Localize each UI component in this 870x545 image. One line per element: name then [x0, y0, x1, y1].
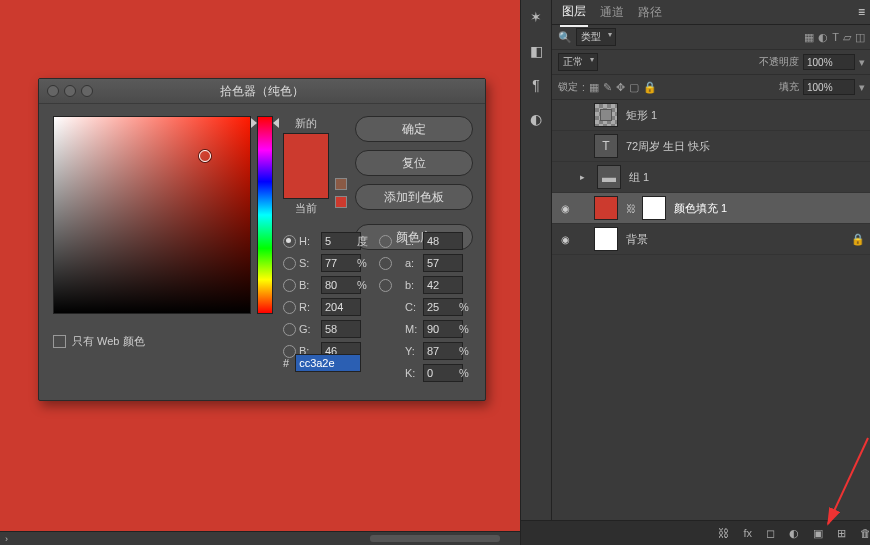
filter-shape-icon[interactable]: ▱	[843, 31, 851, 44]
right-panels: ✶ ◧ ¶ ◐ 图层 通道 路径 ≡ 🔍 类型 ▦ ◐ T ▱ ◫	[520, 0, 870, 545]
hue-slider[interactable]	[257, 116, 273, 314]
opacity-input[interactable]	[803, 54, 855, 70]
search-icon[interactable]: 🔍	[558, 31, 572, 44]
radio-b[interactable]	[283, 279, 296, 292]
type-layer-icon[interactable]: T	[594, 134, 618, 158]
fx-icon[interactable]: fx	[743, 527, 752, 539]
lock-paint-icon[interactable]: ✎	[603, 81, 612, 94]
paragraph-icon[interactable]: ¶	[527, 76, 545, 94]
new-group-icon[interactable]: ▣	[813, 527, 823, 540]
tab-channels[interactable]: 通道	[598, 0, 626, 26]
websafe-swatch-icon[interactable]	[335, 196, 347, 208]
visibility-icon[interactable]	[558, 108, 572, 122]
tab-paths[interactable]: 路径	[636, 0, 664, 26]
saturation-brightness-field[interactable]	[53, 116, 251, 314]
r-input[interactable]	[321, 298, 361, 316]
layer-name[interactable]: 矩形 1	[626, 108, 657, 123]
lock-artboard-icon[interactable]: ▢	[629, 81, 639, 94]
expand-icon[interactable]: ▸	[580, 172, 589, 182]
panel-menu-icon[interactable]: ≡	[858, 5, 870, 19]
delete-layer-icon[interactable]: 🗑	[860, 527, 870, 539]
radio-r[interactable]	[283, 301, 296, 314]
radio-h[interactable]	[283, 235, 296, 248]
adjustment-layer-icon[interactable]: ◐	[789, 527, 799, 540]
a-input[interactable]	[423, 254, 463, 272]
layer-thumb[interactable]	[594, 103, 618, 127]
filter-type-icon[interactable]: T	[832, 31, 839, 43]
y-input[interactable]	[423, 342, 463, 360]
lock-pos-icon[interactable]: ✥	[616, 81, 625, 94]
layer-row[interactable]: ◉ ⛓ 颜色填充 1	[552, 193, 870, 224]
layer-name[interactable]: 背景	[626, 232, 648, 247]
radio-l[interactable]	[379, 235, 392, 248]
radio-a[interactable]	[379, 257, 392, 270]
layer-name[interactable]: 颜色填充 1	[674, 201, 727, 216]
k-input[interactable]	[423, 364, 463, 382]
gamut-warning-icon[interactable]	[335, 178, 347, 190]
window-close-icon[interactable]	[47, 85, 59, 97]
ok-button[interactable]: 确定	[355, 116, 473, 142]
hex-input[interactable]	[295, 354, 361, 372]
brush-icon[interactable]: ◐	[527, 110, 545, 128]
color-preview: 新的 当前	[283, 116, 329, 218]
g-input[interactable]	[321, 320, 361, 338]
layer-name[interactable]: 72周岁 生日 快乐	[626, 139, 710, 154]
visibility-icon[interactable]	[558, 170, 572, 184]
chevron-down-icon[interactable]: ▾	[859, 56, 865, 69]
l-input[interactable]	[423, 232, 463, 250]
s-input[interactable]	[321, 254, 361, 272]
web-only-checkbox[interactable]	[53, 335, 66, 348]
fill-thumb[interactable]	[594, 196, 618, 220]
new-layer-icon[interactable]: ⊞	[837, 527, 846, 540]
visibility-icon[interactable]	[558, 139, 572, 153]
radio-g[interactable]	[283, 323, 296, 336]
web-only-row[interactable]: 只有 Web 颜色	[53, 334, 145, 349]
hue-indicator-left	[251, 118, 257, 128]
layers-bottom-bar: ⛓ fx ◻ ◐ ▣ ⊞ 🗑	[521, 520, 870, 545]
m-input[interactable]	[423, 320, 463, 338]
add-to-swatches-button[interactable]: 添加到色板	[355, 184, 473, 210]
folder-icon[interactable]: ▬	[597, 165, 621, 189]
current-label: 当前	[283, 201, 329, 216]
tab-layers[interactable]: 图层	[560, 0, 588, 27]
layer-row[interactable]: ▸ ▬ 组 1	[552, 162, 870, 193]
chevron-down-icon[interactable]: ▾	[859, 81, 865, 94]
visibility-icon[interactable]: ◉	[558, 232, 572, 246]
lock-transparent-icon[interactable]: ▦	[589, 81, 599, 94]
window-minimize-icon[interactable]	[64, 85, 76, 97]
h-input[interactable]	[321, 232, 361, 250]
reset-button[interactable]: 复位	[355, 150, 473, 176]
window-zoom-icon[interactable]	[81, 85, 93, 97]
mask-thumb[interactable]	[642, 196, 666, 220]
filter-adjust-icon[interactable]: ◐	[818, 31, 828, 44]
fill-label: 填充	[779, 80, 799, 94]
c-input[interactable]	[423, 298, 463, 316]
mask-link-icon[interactable]: ⛓	[626, 203, 634, 214]
fill-input[interactable]	[803, 79, 855, 95]
layer-row[interactable]: 矩形 1	[552, 100, 870, 131]
layer-name[interactable]: 组 1	[629, 170, 649, 185]
starburst-icon[interactable]: ✶	[527, 8, 545, 26]
layer-row[interactable]: ◉ 背景 🔒	[552, 224, 870, 255]
blend-mode-select[interactable]: 正常	[558, 53, 598, 71]
filter-pixel-icon[interactable]: ▦	[804, 31, 814, 44]
dialog-titlebar[interactable]: 拾色器（纯色）	[39, 79, 485, 104]
filter-kind-select[interactable]: 类型	[576, 28, 616, 46]
scroll-left-icon[interactable]: ›	[0, 534, 13, 544]
layer-thumb[interactable]	[594, 227, 618, 251]
swatch-current[interactable]	[284, 166, 328, 198]
color-picker-dialog: 拾色器（纯色） 新的 当前	[38, 78, 486, 401]
link-layers-icon[interactable]: ⛓	[718, 527, 729, 539]
add-mask-icon[interactable]: ◻	[766, 527, 775, 540]
history-icon[interactable]: ◧	[527, 42, 545, 60]
filter-smart-icon[interactable]: ◫	[855, 31, 865, 44]
lab-b-input[interactable]	[423, 276, 463, 294]
layer-row[interactable]: T 72周岁 生日 快乐	[552, 131, 870, 162]
lock-all-icon[interactable]: 🔒	[643, 81, 657, 94]
b-input[interactable]	[321, 276, 361, 294]
scroll-thumb[interactable]	[370, 535, 500, 542]
visibility-icon[interactable]: ◉	[558, 201, 572, 215]
radio-lab-b[interactable]	[379, 279, 392, 292]
radio-s[interactable]	[283, 257, 296, 270]
canvas-scrollbar[interactable]: ›	[0, 531, 520, 545]
